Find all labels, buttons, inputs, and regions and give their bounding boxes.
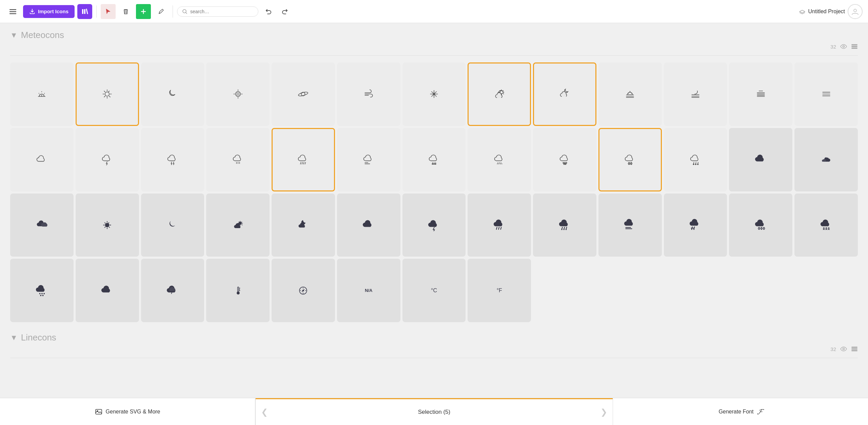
- icon-na[interactable]: N/A: [337, 259, 400, 322]
- svg-point-23: [566, 163, 567, 164]
- svg-point-37: [41, 293, 43, 294]
- icon-fahrenheit-text: °F: [497, 288, 502, 294]
- svg-rect-10: [852, 48, 857, 49]
- svg-point-11: [105, 92, 110, 96]
- icon-sun[interactable]: [76, 62, 139, 126]
- icon-cloud-moon[interactable]: [533, 62, 596, 126]
- add-tool-button[interactable]: [136, 4, 151, 19]
- icon-dark-cloud-talk[interactable]: [10, 193, 74, 257]
- project-title: Untitled Project: [808, 8, 845, 15]
- menu-button[interactable]: [5, 4, 20, 19]
- icon-dark-rain3[interactable]: [468, 193, 531, 257]
- icon-cloud-snow[interactable]: [468, 128, 531, 191]
- icon-dark-snow3[interactable]: [729, 193, 792, 257]
- toolbar-separator: [96, 5, 97, 18]
- avatar[interactable]: [848, 4, 863, 19]
- icon-dark-cloud2[interactable]: [729, 128, 792, 191]
- icon-cloud-rain[interactable]: [272, 128, 335, 191]
- linecons-title: Linecons: [21, 332, 56, 343]
- meteocons-meta: 32: [10, 43, 858, 50]
- generate-font-section[interactable]: Generate Font 𝓕: [613, 398, 868, 425]
- linecons-menu-icon[interactable]: [851, 346, 858, 352]
- icon-cloud-hail[interactable]: [533, 128, 596, 191]
- icon-cloud-snow2[interactable]: [598, 128, 662, 191]
- undo-button[interactable]: [261, 4, 276, 19]
- meteocons-section: ▼ Meteocons 32: [10, 30, 858, 322]
- svg-point-6: [854, 9, 856, 12]
- icon-snowflake[interactable]: [402, 62, 466, 126]
- icon-dark-moon[interactable]: [141, 193, 204, 257]
- svg-point-36: [39, 293, 41, 294]
- redo-button[interactable]: [277, 4, 292, 19]
- import-icons-label: Import Icons: [38, 8, 68, 14]
- icon-dark-sun[interactable]: [76, 193, 139, 257]
- svg-rect-4: [84, 9, 85, 14]
- generate-svg-section[interactable]: Generate SVG & More: [0, 398, 255, 425]
- icon-dark-cloud3[interactable]: [337, 193, 400, 257]
- svg-point-39: [40, 295, 42, 296]
- eye-icon[interactable]: [840, 43, 847, 50]
- icon-thermometer[interactable]: [206, 259, 270, 322]
- svg-point-21: [563, 163, 564, 164]
- pen-tool-button[interactable]: [154, 4, 169, 19]
- icon-wind[interactable]: [337, 62, 400, 126]
- icon-dark-windy-cloud[interactable]: [598, 193, 662, 257]
- icon-cloud-wind[interactable]: [337, 128, 400, 191]
- svg-rect-9: [852, 46, 857, 47]
- icon-cloud-plain[interactable]: [10, 128, 74, 191]
- svg-point-31: [561, 229, 563, 230]
- icon-dark-rain-wind[interactable]: [664, 193, 727, 257]
- icon-night-haze[interactable]: [664, 62, 727, 126]
- icon-sun-eclipse[interactable]: [206, 62, 270, 126]
- generate-font-label: Generate Font: [718, 409, 753, 415]
- library-button[interactable]: [77, 4, 92, 19]
- icon-cloud-thunder2[interactable]: [141, 128, 204, 191]
- icon-dark-thunder[interactable]: [402, 193, 466, 257]
- icon-celsius[interactable]: °C: [402, 259, 466, 322]
- search-input[interactable]: [190, 9, 248, 14]
- svg-point-28: [697, 164, 698, 165]
- linecons-count: 32: [830, 346, 836, 352]
- icon-dark-cloud4[interactable]: [76, 259, 139, 322]
- icon-planet[interactable]: [272, 62, 335, 126]
- icon-moon[interactable]: [141, 62, 204, 126]
- icon-cloud-drizzle[interactable]: [206, 128, 270, 191]
- linecons-chevron[interactable]: ▼: [10, 333, 18, 342]
- linecons-meta: 32: [10, 346, 858, 352]
- svg-point-34: [691, 229, 692, 230]
- select-tool-button[interactable]: [101, 4, 116, 19]
- icon-lines[interactable]: [794, 62, 858, 126]
- delete-tool-button[interactable]: [118, 4, 133, 19]
- search-box[interactable]: [177, 6, 258, 17]
- linecons-eye-icon[interactable]: [840, 346, 847, 352]
- selection-section[interactable]: ❮ Selection (5) ❯: [255, 398, 613, 425]
- icon-sunset[interactable]: [598, 62, 662, 126]
- svg-rect-47: [852, 349, 857, 349]
- meteocons-chevron[interactable]: ▼: [10, 31, 18, 40]
- icon-dark-chat-bubble[interactable]: [141, 259, 204, 322]
- import-icons-button[interactable]: Import Icons: [23, 5, 75, 18]
- icon-fog[interactable]: [729, 62, 792, 126]
- svg-point-25: [565, 164, 566, 165]
- svg-point-18: [432, 164, 433, 165]
- meteocons-title: Meteocons: [21, 30, 64, 40]
- icon-cloud-mixed[interactable]: [664, 128, 727, 191]
- icon-compass[interactable]: [272, 259, 335, 322]
- toolbar: Import Icons: [0, 0, 868, 23]
- selection-tab[interactable]: ❮ Selection (5) ❯: [256, 398, 613, 425]
- icon-cloud-thunder[interactable]: [76, 128, 139, 191]
- icon-dark-night-cloudy[interactable]: [272, 193, 335, 257]
- icon-dark-snow4[interactable]: [794, 193, 858, 257]
- icon-cloud-rain2[interactable]: [402, 128, 466, 191]
- icon-cloud-sun[interactable]: [468, 62, 531, 126]
- icon-fahrenheit[interactable]: °F: [468, 259, 531, 322]
- svg-point-22: [564, 163, 565, 164]
- icon-dark-multi-cloud[interactable]: [794, 128, 858, 191]
- icon-dark-hail2[interactable]: [10, 259, 74, 322]
- icon-dark-rain4[interactable]: [533, 193, 596, 257]
- menu-icon[interactable]: [851, 43, 858, 50]
- svg-point-24: [564, 164, 565, 165]
- icon-sunrise[interactable]: [10, 62, 74, 126]
- svg-point-27: [695, 164, 696, 165]
- icon-dark-cloudy-day[interactable]: [206, 193, 270, 257]
